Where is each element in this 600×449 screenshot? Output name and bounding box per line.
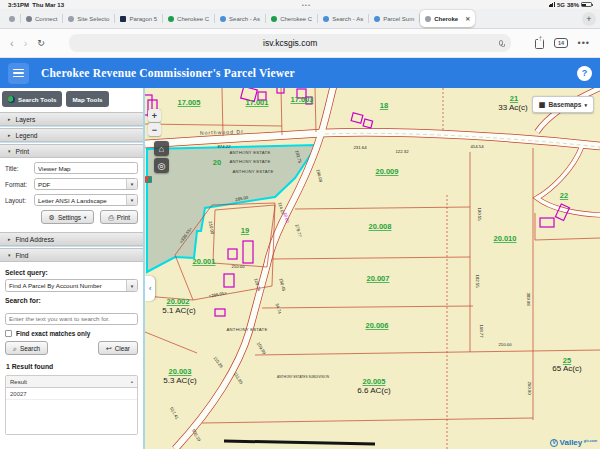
browser-tab[interactable]: Cherokee C: [266, 11, 317, 27]
sidebar-collapse-button[interactable]: ‹: [145, 276, 155, 301]
browser-tab[interactable]: Parcel Sum: [369, 11, 419, 27]
tab-map-tools[interactable]: Map Tools: [66, 91, 108, 107]
grid-icon: ▦: [539, 101, 546, 108]
parcel-link[interactable]: 20.001: [193, 257, 216, 266]
browser-tab[interactable]: Connect: [21, 11, 62, 27]
map-viewport[interactable]: 17.00517.00117.00318212020.0092220.00820…: [145, 88, 600, 449]
tab-label: Paragon 5: [129, 16, 157, 22]
microphone-icon[interactable]: [499, 40, 503, 46]
browser-tab[interactable]: Search - As: [318, 11, 368, 27]
help-icon[interactable]: ?: [577, 66, 592, 81]
forward-icon[interactable]: ›: [24, 38, 28, 49]
tab-overview-icon[interactable]: 14: [554, 38, 567, 48]
settings-button[interactable]: ⚙Settings▾: [41, 210, 95, 224]
tab-favicon: [26, 16, 32, 22]
parcel-link[interactable]: 17.005: [178, 98, 201, 107]
tab-label: Cherokee C: [280, 16, 312, 22]
parcel-link[interactable]: 20.007: [367, 274, 390, 283]
chevron-down-icon: ▾: [8, 148, 11, 154]
accordion-legend[interactable]: ▸Legend: [0, 128, 143, 142]
page-title: Cherokee Revenue Commissioner's Parcel V…: [41, 67, 295, 79]
chevron-down-icon: ▾: [126, 179, 137, 189]
search-input[interactable]: [5, 313, 138, 325]
parcel-link[interactable]: 18: [380, 101, 388, 110]
tab-label: Site Selecto: [77, 16, 109, 22]
tab-close-icon[interactable]: ✕: [465, 15, 470, 22]
address-bar[interactable]: isv.kcsgis.com: [69, 34, 512, 52]
dimension-label: 874.22: [217, 144, 231, 149]
network-label: 5G: [557, 2, 565, 8]
tab-favicon: [68, 16, 74, 22]
browser-tab[interactable]: Search - As: [215, 11, 265, 27]
browser-tab[interactable]: Site Selecto: [63, 11, 114, 27]
exact-match-checkbox[interactable]: [5, 330, 12, 337]
accordion-layers[interactable]: ▸Layers: [0, 112, 143, 126]
parcel-map[interactable]: 17.00517.00117.00318212020.0092220.00820…: [145, 88, 600, 449]
share-icon[interactable]: [535, 39, 544, 49]
browser-tab[interactable]: [4, 11, 20, 27]
clear-button[interactable]: ↩Clear: [98, 341, 138, 355]
zoom-out-button[interactable]: −: [148, 123, 161, 136]
home-button[interactable]: ⌂: [154, 141, 169, 156]
tab-label: Search - As: [332, 16, 363, 22]
browser-tab[interactable]: Cherokee C: [163, 11, 214, 27]
valleygis-logo: VValleygis.com: [550, 438, 597, 447]
undo-icon: ↩: [106, 345, 112, 352]
chevron-down-icon: ▾: [126, 280, 137, 291]
menu-icon[interactable]: [8, 63, 29, 84]
print-layout-select[interactable]: Letter ANSI A Landscape▾: [34, 194, 138, 206]
result-row[interactable]: 20027: [6, 388, 137, 400]
chevron-down-icon: ▾: [584, 102, 587, 108]
parcel-link[interactable]: 19: [241, 226, 249, 235]
accordion-print[interactable]: ▾Print: [0, 144, 143, 158]
dimension-label: 414.54: [470, 144, 484, 149]
accordion-find[interactable]: ▾Find: [0, 248, 143, 262]
parcel-link[interactable]: 20.008: [369, 222, 392, 231]
locate-button[interactable]: ◎: [154, 158, 169, 173]
tab-favicon: [168, 16, 174, 22]
tab-label: Search - As: [229, 16, 260, 22]
dimension-label: 122.32: [395, 149, 409, 154]
parcel-link[interactable]: 20.010: [494, 234, 517, 243]
dimension-label: 168.77: [479, 324, 484, 338]
search-button[interactable]: ⌕Search: [5, 341, 48, 355]
dimension-label: 231.64: [353, 145, 367, 150]
parcel-link[interactable]: 17.001: [246, 98, 269, 107]
parcel-link[interactable]: 20: [213, 158, 221, 167]
parcel-link[interactable]: 20.003: [169, 367, 192, 376]
tab-favicon: [323, 16, 329, 22]
parcel-link[interactable]: 20.009: [376, 167, 399, 176]
acreage-label: 65 Ac(c): [552, 364, 582, 373]
print-format-select[interactable]: PDF▾: [34, 178, 138, 190]
estate-label: ANTHONY ESTATE: [233, 169, 274, 174]
browser-tab-active[interactable]: Cheroke✕: [420, 10, 475, 27]
browser-more-icon[interactable]: •••: [578, 38, 590, 48]
tab-strip: ConnectSite SelectoParagon 5Cherokee CSe…: [0, 9, 600, 29]
results-header[interactable]: Result▴: [6, 376, 137, 388]
parcel-link[interactable]: 17.003: [291, 95, 314, 104]
tab-favicon: [425, 16, 431, 22]
parcel-link[interactable]: 20.006: [366, 321, 389, 330]
parcel-link[interactable]: 22: [560, 191, 568, 200]
acreage-label: 5.3 AC(c): [163, 376, 197, 385]
search-for-label: Search for:: [5, 297, 138, 304]
print-button[interactable]: ⎙Print: [100, 210, 138, 224]
browser-tab[interactable]: Paragon 5: [115, 11, 162, 27]
parcel-link[interactable]: 20.002: [167, 297, 190, 306]
parcel-link[interactable]: 20.005: [363, 377, 386, 386]
reload-icon[interactable]: ↻: [37, 38, 45, 48]
tab-search-tools[interactable]: Search Tools: [2, 91, 62, 107]
new-tab-button[interactable]: +: [582, 12, 596, 26]
zoom-in-button[interactable]: +: [148, 109, 161, 122]
query-select[interactable]: Find A Parcel By Account Number▾: [5, 279, 138, 292]
back-icon[interactable]: ‹: [10, 38, 14, 49]
sidebar: Search Tools Map Tools ▸Layers ▸Legend ▾…: [0, 88, 145, 449]
print-panel: Title: Format: PDF▾ Layout: Letter ANSI …: [0, 158, 143, 230]
basemaps-button[interactable]: ▦ Basemaps ▾: [532, 96, 594, 113]
parcel-link[interactable]: 21: [510, 94, 518, 103]
chevron-right-icon: ▸: [8, 116, 11, 122]
print-title-input[interactable]: [34, 162, 138, 174]
accordion-find-address[interactable]: ▸Find Address: [0, 232, 143, 246]
results-table: Result▴ 20027: [5, 375, 138, 435]
tab-label: Connect: [35, 16, 57, 22]
